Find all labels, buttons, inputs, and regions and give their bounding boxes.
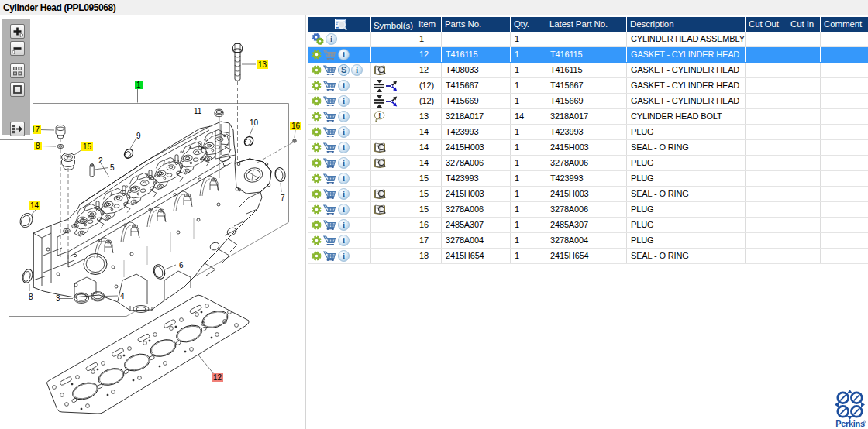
svg-text:!: ! — [378, 112, 381, 119]
svg-text:i: i — [330, 34, 332, 43]
svg-text:i: i — [343, 173, 345, 183]
svg-text:i: i — [343, 81, 345, 90]
svg-text:i: i — [343, 112, 345, 121]
svg-text:i: i — [343, 251, 345, 260]
svg-text:i: i — [343, 220, 345, 229]
svg-text:i: i — [343, 158, 345, 167]
svg-text:i: i — [343, 50, 345, 59]
svg-text:Perkins: Perkins — [835, 419, 865, 428]
svg-text:i: i — [343, 142, 345, 152]
svg-text:i: i — [343, 189, 345, 198]
svg-text:i: i — [343, 96, 345, 105]
svg-text:i: i — [356, 65, 358, 74]
svg-text:S: S — [341, 65, 346, 74]
svg-text:i: i — [343, 235, 345, 245]
svg-text:i: i — [343, 127, 345, 136]
svg-text:i: i — [343, 204, 345, 214]
